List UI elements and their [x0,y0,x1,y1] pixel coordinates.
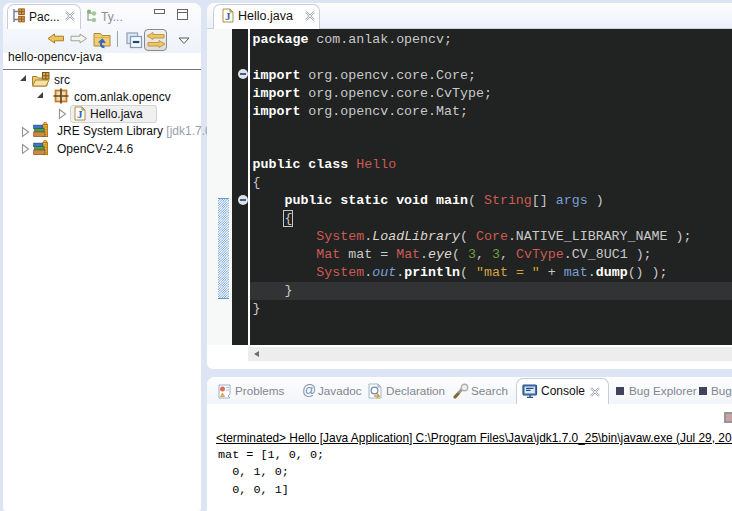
svg-text:J: J [225,10,231,22]
svg-text:J: J [77,108,83,120]
